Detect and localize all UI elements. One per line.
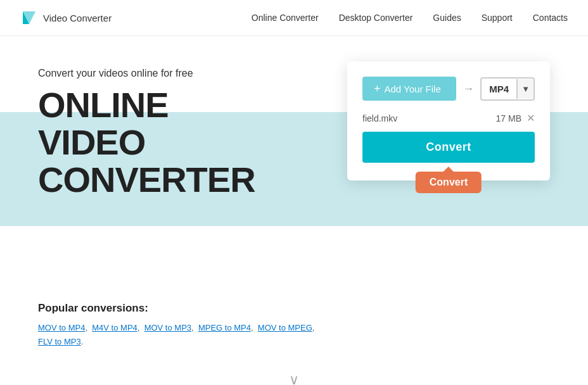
- main-nav: Online Converter Desktop Converter Guide…: [252, 13, 568, 23]
- tooltip-wrapper: Convert: [416, 172, 482, 193]
- scroll-down-chevron[interactable]: ∨: [289, 372, 299, 385]
- file-name: field.mkv: [362, 113, 397, 123]
- nav-desktop-converter[interactable]: Desktop Converter: [339, 13, 413, 23]
- popular-link-flv-mp3[interactable]: FLV to MP3: [38, 337, 81, 346]
- converter-card: + Add Your File → MP4 ▼ field.mkv 17 MB …: [347, 61, 550, 180]
- hero-section: Convert your videos online for free ONLI…: [0, 36, 588, 277]
- arrow-icon: →: [463, 82, 474, 96]
- plus-icon: +: [374, 83, 381, 94]
- file-size: 17 MB: [496, 113, 521, 123]
- hero-title-line2: VIDEO: [38, 122, 145, 162]
- logo-icon: [20, 9, 38, 27]
- logo-area: Video Converter: [20, 9, 112, 27]
- chevron-section: ∨: [0, 362, 588, 385]
- format-dropdown-button[interactable]: ▼: [516, 79, 534, 99]
- header: Video Converter Online Converter Desktop…: [0, 0, 588, 36]
- popular-link-mpeg-mp4[interactable]: MPEG to MP4: [198, 323, 251, 332]
- hero-title-line3: CONVERTER: [38, 160, 255, 199]
- popular-title: Popular conversions:: [38, 302, 550, 315]
- file-info: field.mkv: [362, 113, 397, 123]
- popular-link-mov-mpeg[interactable]: MOV to MPEG: [258, 323, 312, 332]
- logo-text: Video Converter: [43, 13, 112, 23]
- convert-button[interactable]: Convert: [362, 132, 535, 163]
- nav-online-converter[interactable]: Online Converter: [252, 13, 319, 23]
- file-meta: 17 MB ✕: [496, 112, 535, 124]
- popular-link-m4v-mp4[interactable]: M4V to MP4: [92, 323, 137, 332]
- hero-content: Convert your videos online for free ONLI…: [0, 61, 588, 198]
- file-row: field.mkv 17 MB ✕: [362, 108, 535, 132]
- nav-contacts[interactable]: Contacts: [533, 13, 568, 23]
- card-top-row: + Add Your File → MP4 ▼: [362, 77, 535, 101]
- add-file-label: Add Your File: [385, 84, 441, 94]
- file-remove-button[interactable]: ✕: [527, 112, 535, 124]
- popular-link-mov-mp4[interactable]: MOV to MP4: [38, 323, 85, 332]
- popular-links: MOV to MP4, M4V to MP4, MOV to MP3, MPEG…: [38, 321, 550, 349]
- format-value: MP4: [482, 79, 516, 99]
- nav-support[interactable]: Support: [482, 13, 513, 23]
- hero-title: ONLINE VIDEO CONVERTER: [38, 87, 255, 198]
- hero-text: Convert your videos online for free ONLI…: [38, 61, 255, 198]
- convert-tooltip: Convert: [416, 172, 482, 193]
- popular-section: Popular conversions: MOV to MP4, M4V to …: [0, 277, 588, 362]
- format-selector: MP4 ▼: [480, 77, 535, 101]
- hero-title-line1: ONLINE: [38, 85, 169, 125]
- popular-link-mov-mp3[interactable]: MOV to MP3: [144, 323, 191, 332]
- add-file-button[interactable]: + Add Your File: [362, 77, 456, 101]
- hero-subtitle: Convert your videos online for free: [38, 68, 255, 79]
- nav-guides[interactable]: Guides: [433, 13, 461, 23]
